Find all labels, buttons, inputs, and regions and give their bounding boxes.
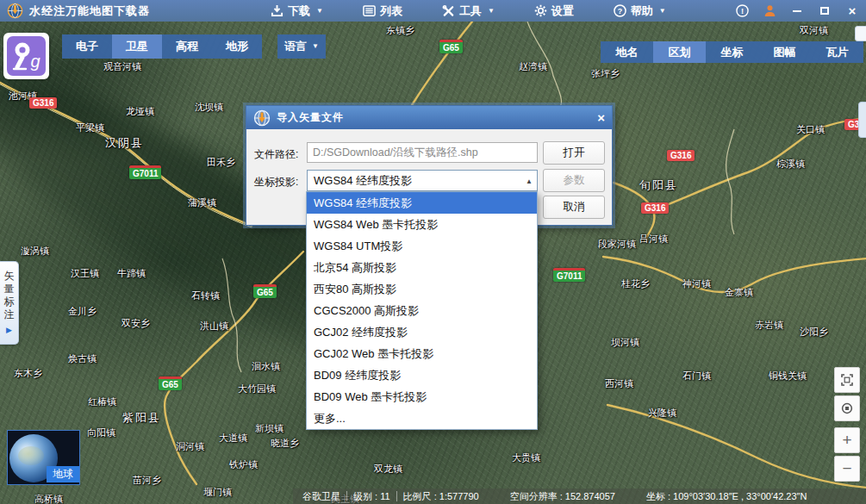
projection-option[interactable]: WGS84 Web 墨卡托投影 xyxy=(307,214,537,235)
svg-text:!: ! xyxy=(740,7,743,16)
about-button[interactable]: ! xyxy=(735,4,749,18)
locate-icon xyxy=(840,401,854,415)
projection-option[interactable]: 北京54 高斯投影 xyxy=(307,257,537,278)
collapsed-panel-handle-small[interactable] xyxy=(855,26,866,41)
brand-logo-card[interactable]: g xyxy=(3,33,49,79)
app-logo-icon xyxy=(7,3,23,19)
dialog-title: 导入矢量文件 xyxy=(277,110,344,125)
svg-text:g: g xyxy=(30,52,40,71)
projection-label: 坐标投影: xyxy=(254,175,298,190)
projection-option[interactable]: BD09 Web 墨卡托投影 xyxy=(307,386,537,408)
maximize-icon xyxy=(820,7,829,15)
menu-settings[interactable]: 设置 xyxy=(534,3,574,19)
map-type-tab[interactable]: 高程 xyxy=(162,34,212,59)
dialog-close-icon[interactable]: × xyxy=(597,111,605,124)
menu-help[interactable]: ? 帮助 ▼ xyxy=(614,3,666,19)
chevron-down-icon: ▼ xyxy=(659,8,666,15)
projection-option[interactable]: WGS84 经纬度投影 xyxy=(307,192,537,214)
brand-logo: g xyxy=(7,36,46,76)
main-menu: 下载 ▼ 列表 工具 ▼ xyxy=(271,3,666,19)
import-globe-icon xyxy=(253,109,271,127)
user-icon xyxy=(763,4,776,17)
vector-panel-char: 标 xyxy=(4,296,15,308)
status-scale: 比例尺 : 1:577790 xyxy=(397,490,485,503)
projection-combobox[interactable]: WGS84 经纬度投影 ▲ xyxy=(307,170,538,191)
cancel-button[interactable]: 取消 xyxy=(543,196,605,219)
globe-preview[interactable]: 地球 xyxy=(7,430,80,485)
minimize-icon xyxy=(793,10,801,12)
map-type-tab[interactable]: 电子 xyxy=(62,34,112,59)
collapsed-panel-handle[interactable] xyxy=(858,102,866,138)
svg-text:?: ? xyxy=(618,7,622,16)
zoom-out-button[interactable]: − xyxy=(834,456,860,482)
projection-option[interactable]: 更多... xyxy=(307,408,537,429)
tools-icon xyxy=(442,4,455,17)
projection-option[interactable]: GCJ02 Web 墨卡托投影 xyxy=(307,343,537,364)
download-icon xyxy=(271,4,283,17)
mode-tab[interactable]: 瓦片 xyxy=(811,41,863,63)
info-icon: ! xyxy=(736,4,749,17)
maximize-button[interactable] xyxy=(818,4,832,18)
status-zoom-level: 级别 : 11 xyxy=(347,490,396,503)
zoom-in-icon: + xyxy=(842,431,851,450)
file-path-input[interactable]: D:/SGDownload/沿线下载路径.shp xyxy=(307,142,538,163)
window-controls: ! × xyxy=(735,4,859,18)
projection-option[interactable]: CGCS2000 高斯投影 xyxy=(307,300,537,321)
vector-annotation-panel-handle[interactable]: 矢 量 标 注 ▶ xyxy=(0,261,19,345)
projection-dropdown-list: WGS84 经纬度投影 WGS84 Web 墨卡托投影 WGS84 UTM投影 … xyxy=(306,191,538,430)
status-coordinates: 坐标 : 109°03′30.18″E , 33°00′42.23″N xyxy=(640,490,813,503)
app-title: 水经注万能地图下载器 xyxy=(29,3,150,19)
status-map-source: 谷歌卫星 xyxy=(296,490,346,503)
map-type-tab[interactable]: 卫星 xyxy=(112,34,162,59)
vector-panel-char: 注 xyxy=(4,308,15,320)
title-bar: 水经注万能地图下载器 下载 ▼ 列表 xyxy=(0,0,866,22)
right-mode-tabs: 地名 区划 坐标 图幅 瓦片 xyxy=(601,41,863,63)
list-icon xyxy=(363,4,376,17)
user-account-button[interactable] xyxy=(763,4,776,18)
minimize-button[interactable] xyxy=(790,4,804,18)
chevron-down-icon: ▼ xyxy=(312,43,319,50)
params-button[interactable]: 参数 xyxy=(543,169,605,192)
zoom-in-button[interactable]: + xyxy=(834,427,860,453)
map-type-tab[interactable]: 地形 xyxy=(212,34,262,59)
app-window: 池河镇 观音河镇 东镇乡 赵湾镇 张坪乡 双河镇 龙垭镇 沈坝镇 平梁镇 汉阴县… xyxy=(0,0,866,504)
expand-right-icon: ▶ xyxy=(6,324,12,336)
vector-panel-char: 量 xyxy=(4,283,15,295)
map-pin-icon: g xyxy=(7,36,46,76)
language-button[interactable]: 语言 ▼ xyxy=(277,34,326,59)
dialog-title-bar[interactable]: 导入矢量文件 × xyxy=(246,106,612,129)
menu-tools[interactable]: 工具 ▼ xyxy=(442,3,495,19)
fullscreen-button[interactable] xyxy=(834,367,860,393)
mode-tab[interactable]: 坐标 xyxy=(706,41,758,63)
projection-option[interactable]: GCJ02 经纬度投影 xyxy=(307,321,537,343)
menu-download[interactable]: 下载 ▼ xyxy=(271,3,323,19)
mode-tab[interactable]: 图幅 xyxy=(758,41,811,63)
locate-button[interactable] xyxy=(834,395,860,421)
mode-tab[interactable]: 区划 xyxy=(653,41,706,63)
projection-option[interactable]: 西安80 高斯投影 xyxy=(307,278,537,300)
fullscreen-icon xyxy=(840,373,854,387)
help-icon: ? xyxy=(614,4,626,17)
status-bar: 谷歌卫星 级别 : 11 比例尺 : 1:577790 空间分辨率 : 152.… xyxy=(293,488,866,504)
chevron-down-icon: ▼ xyxy=(316,8,323,15)
map-type-tabs: 电子 卫星 高程 地形 xyxy=(62,34,262,59)
menu-list[interactable]: 列表 xyxy=(363,3,402,19)
status-resolution: 空间分辨率 : 152.874057 xyxy=(504,490,621,503)
close-icon: × xyxy=(849,4,857,17)
close-button[interactable]: × xyxy=(845,4,859,18)
zoom-out-icon: − xyxy=(842,459,851,478)
mode-tab[interactable]: 地名 xyxy=(601,41,653,63)
chevron-down-icon: ▼ xyxy=(488,8,495,15)
projection-option[interactable]: BD09 经纬度投影 xyxy=(307,364,537,386)
open-button[interactable]: 打开 xyxy=(543,141,605,165)
projection-option[interactable]: WGS84 UTM投影 xyxy=(307,235,537,257)
chevron-up-icon: ▲ xyxy=(526,177,533,185)
vector-panel-char: 矢 xyxy=(4,270,15,282)
gear-icon xyxy=(534,4,547,17)
globe-label: 地球 xyxy=(47,466,79,482)
file-path-label: 文件路径: xyxy=(254,147,298,162)
